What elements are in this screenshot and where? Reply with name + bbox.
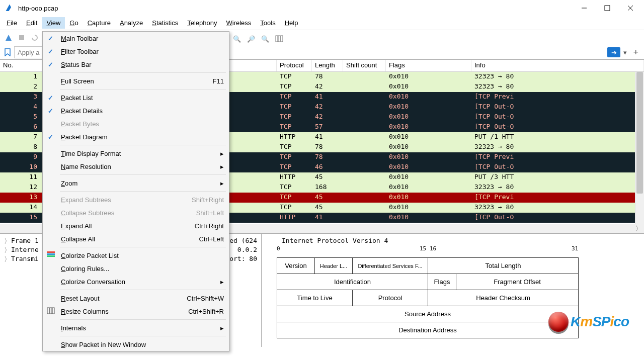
zoom-toolbar: 🔍 🔎 🔍 — [231, 33, 285, 44]
diag-fragoff: Fragment Offset — [456, 274, 579, 290]
view-menu-item[interactable]: ✓Packet Diagram — [43, 130, 229, 143]
view-menu-item[interactable]: Reset LayoutCtrl+Shift+W — [43, 292, 229, 305]
menu-edit[interactable]: Edit — [22, 17, 42, 29]
diag-srcaddr: Source Address — [277, 306, 579, 322]
view-menu-item[interactable]: Full ScreenF11 — [43, 74, 229, 87]
display-filter-input[interactable] — [14, 46, 44, 58]
diag-id: Identification — [277, 274, 428, 290]
diag-dscp: Differentiated Services F... — [353, 258, 428, 274]
view-menu-item: Expand SubtreesShift+Right — [43, 193, 229, 206]
menu-help[interactable]: Help — [280, 17, 303, 29]
menu-wireless[interactable]: Wireless — [222, 17, 256, 29]
col-shift[interactable]: Shift count — [343, 60, 386, 71]
view-menu-item[interactable]: Coloring Rules... — [43, 262, 229, 275]
view-menu-item[interactable]: ✓Packet Details — [43, 104, 229, 117]
view-menu-item[interactable]: Time Display Format▸ — [43, 147, 229, 160]
ipv4-diagram: Version Header L... Differentiated Servi… — [277, 257, 579, 338]
diag-checksum: Header Checksum — [428, 290, 579, 306]
diagram-ruler: 0 15 16 31 — [277, 246, 629, 257]
col-flags[interactable]: Flags — [386, 60, 471, 71]
menu-go[interactable]: Go — [65, 17, 83, 29]
svg-rect-4 — [19, 35, 24, 40]
svg-rect-11 — [47, 308, 49, 314]
menu-bar: FileEditViewGoCaptureAnalyzeStatisticsTe… — [0, 16, 644, 30]
view-menu-item[interactable]: ✓Filter Toolbar — [43, 45, 229, 58]
zoom-in-icon[interactable]: 🔍 — [231, 33, 243, 44]
filter-dropdown-icon[interactable]: ▾ — [621, 49, 629, 56]
view-menu-item[interactable]: ✓Main Toolbar — [43, 32, 229, 45]
view-menu-item: Collapse SubtreesShift+Left — [43, 206, 229, 219]
close-button[interactable] — [619, 0, 642, 16]
diag-protocol: Protocol — [353, 290, 428, 306]
col-no[interactable]: No. — [0, 60, 40, 71]
view-menu-item[interactable]: Internals▸ — [43, 321, 229, 334]
menu-capture[interactable]: Capture — [83, 17, 115, 29]
bookmark-icon[interactable] — [3, 47, 13, 57]
maximize-button[interactable] — [596, 0, 619, 16]
diag-ttl: Time to Live — [277, 290, 353, 306]
red-button-icon — [548, 312, 569, 332]
view-menu-item[interactable]: Colorize Conversation▸ — [43, 275, 229, 288]
view-menu-item[interactable]: Resize ColumnsCtrl+Shift+R — [43, 305, 229, 318]
filter-add-button[interactable]: + — [630, 47, 641, 58]
view-menu-item[interactable]: Show Packet in New Window — [43, 338, 229, 351]
diag-totlen: Total Length — [428, 258, 579, 274]
svg-rect-10 — [47, 255, 55, 257]
view-menu-item[interactable]: Zoom▸ — [43, 176, 229, 190]
diagram-title: Internet Protocol Version 4 — [282, 237, 629, 244]
capture-options-icon[interactable] — [3, 32, 14, 43]
title-bar: http-ooo.pcap — [0, 0, 644, 16]
restart-icon[interactable] — [29, 32, 40, 43]
diag-ihl: Header L... — [315, 258, 353, 274]
diag-version: Version — [277, 258, 315, 274]
menu-file[interactable]: File — [2, 17, 22, 29]
view-menu-item[interactable]: ✓Status Bar — [43, 58, 229, 71]
svg-rect-8 — [47, 251, 55, 253]
watermark: KmSPico — [548, 312, 629, 332]
col-info[interactable]: Info — [471, 60, 644, 71]
col-length[interactable]: Length — [312, 60, 343, 71]
svg-rect-9 — [47, 253, 55, 255]
svg-rect-12 — [50, 308, 52, 314]
diag-dstaddr: Destination Address — [277, 322, 579, 338]
view-menu-item[interactable]: Collapse AllCtrl+Left — [43, 232, 229, 245]
menu-analyze[interactable]: Analyze — [115, 17, 147, 29]
tree-internet[interactable]: Interne — [11, 246, 39, 255]
menu-view[interactable]: View — [42, 17, 65, 29]
view-menu-dropdown[interactable]: ✓Main Toolbar✓Filter Toolbar✓Status BarF… — [42, 31, 229, 351]
zoom-out-icon[interactable]: 🔎 — [246, 33, 257, 44]
diag-flags: Flags — [428, 274, 456, 290]
menu-statistics[interactable]: Statistics — [147, 17, 183, 29]
tree-transport[interactable]: Transmi — [11, 255, 39, 264]
svg-rect-5 — [276, 36, 278, 42]
tree-frame[interactable]: Frame 1 — [11, 237, 39, 246]
app-icon — [5, 4, 14, 13]
filter-apply-button[interactable]: ➔ — [607, 47, 620, 57]
resize-columns-icon[interactable] — [274, 33, 285, 44]
svg-rect-13 — [52, 308, 54, 314]
svg-rect-6 — [278, 36, 280, 42]
svg-rect-1 — [605, 6, 610, 11]
view-menu-item[interactable]: Name Resolution▸ — [43, 160, 229, 173]
menu-telephony[interactable]: Telephony — [183, 17, 221, 29]
view-menu-item[interactable]: Expand AllCtrl+Right — [43, 219, 229, 232]
packet-list-scrollbar[interactable] — [635, 72, 644, 224]
view-menu-item[interactable]: ✓Packet List — [43, 91, 229, 104]
zoom-reset-icon[interactable]: 🔍 — [260, 33, 271, 44]
stop-icon[interactable] — [16, 32, 27, 43]
minimize-button[interactable] — [573, 0, 596, 16]
view-menu-item[interactable]: Colorize Packet List — [43, 249, 229, 262]
menu-tools[interactable]: Tools — [256, 17, 280, 29]
col-protocol[interactable]: Protocol — [277, 60, 312, 71]
view-menu-item: Packet Bytes — [43, 117, 229, 130]
window-title: http-ooo.pcap — [17, 5, 573, 12]
svg-rect-7 — [281, 36, 283, 42]
